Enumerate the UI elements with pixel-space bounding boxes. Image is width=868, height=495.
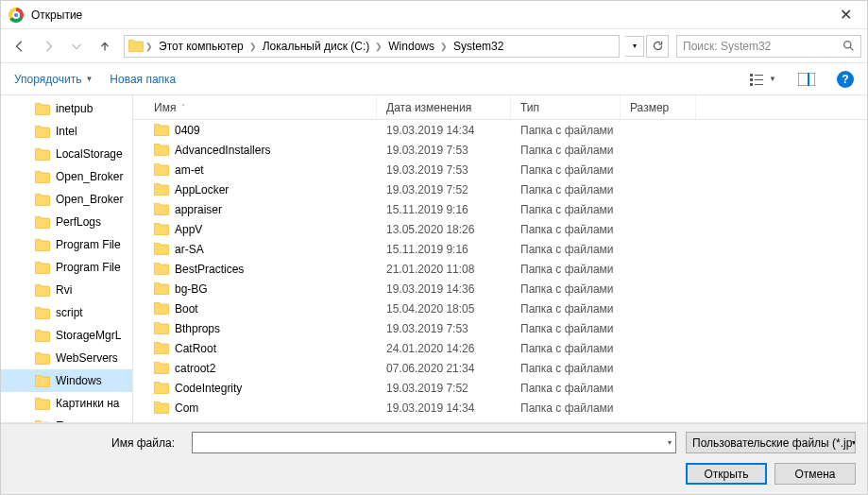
tree-item[interactable]: Пользовател [1,415,132,422]
file-row[interactable]: catroot207.06.2020 21:34Папка с файлами [133,358,867,378]
tree-item[interactable]: StorageMgrL [1,324,132,347]
tree-item-label: Пользовател [56,419,124,422]
file-type: Папка с файлами [511,183,621,196]
file-date: 19.03.2019 7:53 [377,144,511,157]
folder-icon [35,375,50,387]
folder-icon [35,216,50,229]
col-name[interactable]: Имя˄ [133,95,377,119]
file-row[interactable]: CodeIntegrity19.03.2019 7:52Папка с файл… [133,378,867,398]
tree-item[interactable]: LocalStorage [1,143,132,165]
tree-item[interactable]: Windows [1,369,132,392]
tree-item[interactable]: Program File [1,256,132,279]
preview-pane-button[interactable] [793,68,820,91]
file-row[interactable]: AppLocker19.03.2019 7:52Папка с файлами [133,179,867,199]
file-open-dialog: Открытие ✕ ❯ Этот компьютер ❯ Локальный … [0,0,868,495]
col-size[interactable]: Размер [621,95,696,119]
chevron-right-icon: ❯ [375,42,383,51]
file-date: 24.01.2020 14:26 [377,342,511,355]
organize-menu[interactable]: Упорядочить▼ [14,73,93,86]
svg-rect-4 [750,83,753,86]
navbar: ❯ Этот компьютер ❯ Локальный диск (C:) ❯… [1,29,867,63]
column-headers: Имя˄ Дата изменения Тип Размер [133,95,867,120]
view-options-button[interactable]: ▼ [750,68,776,91]
svg-line-1 [850,47,853,50]
file-row[interactable]: Boot15.04.2020 18:05Папка с файлами [133,299,867,318]
file-row[interactable]: ar-SA15.11.2019 9:16Папка с файлами [133,239,867,259]
tree-item[interactable]: Rvi [1,279,132,301]
nav-tree[interactable]: inetpubIntelLocalStorageOpen_BrokerOpen_… [1,95,133,422]
file-type: Папка с файлами [511,144,621,157]
folder-icon [154,203,169,215]
close-button[interactable]: ✕ [832,2,859,27]
tree-item[interactable]: WebServers [1,347,132,369]
tree-item[interactable]: script [1,301,132,324]
back-button[interactable] [7,33,33,60]
file-name: am-et [175,163,204,177]
footer: Имя файла: ▾ Пользовательские файлы (*.j… [1,423,867,494]
folder-icon [35,307,50,319]
tree-item[interactable]: Open_Broker [1,188,132,211]
breadcrumb-item[interactable]: Windows [384,38,438,55]
tree-item[interactable]: PerfLogs [1,211,132,233]
open-button[interactable]: Открыть [686,463,767,485]
breadcrumb-item[interactable]: Этот компьютер [155,38,247,55]
file-row[interactable]: AdvancedInstallers19.03.2019 7:53Папка с… [133,140,867,160]
file-row[interactable]: 040919.03.2019 14:34Папка с файлами [133,120,867,140]
file-type: Папка с файлами [511,243,621,256]
folder-icon [35,330,50,342]
folder-icon [154,183,169,196]
tree-item[interactable]: Intel [1,120,132,143]
titlebar: Открытие ✕ [1,1,867,29]
svg-point-0 [844,42,851,48]
file-row[interactable]: am-et19.03.2019 7:53Папка с файлами [133,160,867,179]
file-row[interactable]: Com19.03.2019 14:34Папка с файлами [133,398,867,418]
file-row[interactable]: AppV13.05.2020 18:26Папка с файлами [133,219,867,239]
address-dropdown[interactable]: ▾ [625,36,644,57]
breadcrumb-item[interactable]: System32 [450,38,507,55]
search-input[interactable]: Поиск: System32 [676,35,861,58]
recent-dropdown[interactable] [63,33,90,60]
breadcrumb-item[interactable]: Локальный диск (C:) [259,38,374,55]
cancel-button[interactable]: Отмена [774,463,856,485]
file-name: AdvancedInstallers [175,144,270,157]
file-name: BestPractices [175,263,244,276]
file-name: AppLocker [175,183,229,196]
tree-item[interactable]: Open_Broker [1,165,132,188]
folder-icon [154,382,169,394]
file-date: 15.04.2020 18:05 [377,302,511,316]
new-folder-button[interactable]: Новая папка [110,73,176,86]
file-row[interactable]: appraiser15.11.2019 9:16Папка с файлами [133,199,867,219]
folder-icon [35,398,50,410]
file-type: Папка с файлами [511,163,621,177]
tree-item-label: Program File [56,261,121,274]
file-rows: 040919.03.2019 14:34Папка с файламиAdvan… [133,120,867,422]
tree-item-label: WebServers [56,351,118,365]
filetype-select[interactable]: Пользовательские файлы (*.jp▾ [686,432,856,453]
folder-icon [35,148,50,161]
tree-item[interactable]: Program File [1,233,132,256]
filename-input[interactable]: ▾ [192,432,676,453]
forward-button[interactable] [35,33,61,60]
file-row[interactable]: CatRoot24.01.2020 14:26Папка с файлами [133,338,867,358]
folder-icon [154,282,169,295]
file-row[interactable]: bg-BG19.03.2019 14:36Папка с файлами [133,279,867,299]
col-date[interactable]: Дата изменения [377,95,511,119]
file-date: 19.03.2019 7:52 [377,183,511,196]
col-type[interactable]: Тип [511,95,621,119]
breadcrumb-bar[interactable]: ❯ Этот компьютер ❯ Локальный диск (C:) ❯… [124,35,620,58]
tree-item[interactable]: inetpub [1,97,132,120]
file-row[interactable]: Bthprops19.03.2019 7:53Папка с файлами [133,318,867,338]
up-button[interactable] [92,33,118,60]
help-button[interactable]: ? [837,71,854,88]
chevron-right-icon: ❯ [145,42,153,51]
refresh-button[interactable] [646,35,669,58]
tree-item-label: Program File [56,238,121,251]
tree-item[interactable]: Картинки на [1,392,132,415]
file-name: Boot [175,302,198,316]
folder-icon [35,352,50,365]
folder-icon [154,342,169,354]
file-row[interactable]: BestPractices21.01.2020 11:08Папка с фай… [133,259,867,279]
folder-icon [128,40,144,52]
tree-item-label: Intel [56,125,77,138]
svg-rect-2 [750,74,753,77]
